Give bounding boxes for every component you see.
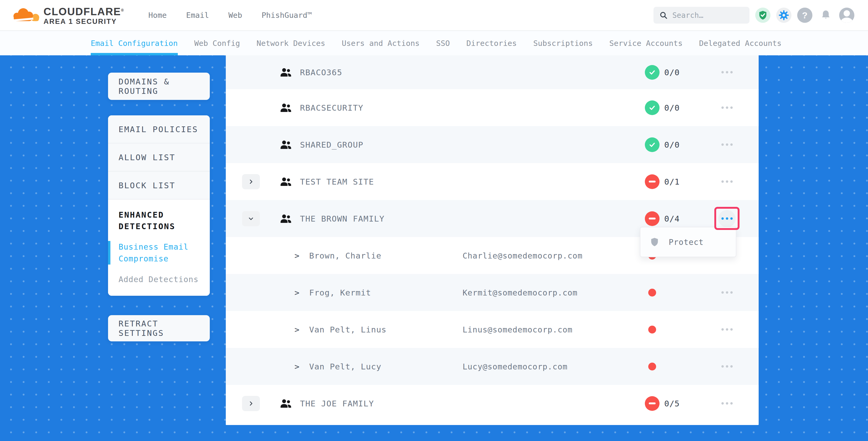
search-box[interactable] [653,7,749,24]
member-caret-icon[interactable]: > [294,251,300,260]
member-name: Van Pelt, Lucy [309,362,381,371]
status-badge-allowed [645,65,659,80]
group-name: TEST TEAM SITE [300,177,374,186]
tab-delegated-accounts[interactable]: Delegated Accounts [699,31,781,55]
member-caret-icon[interactable]: > [294,362,300,371]
ellipsis-menu-button[interactable] [718,99,736,117]
chevron-right-icon [248,400,254,407]
chevron-right-icon [248,178,254,185]
member-email: Charlie@somedemocorp.com [463,251,582,260]
member-email: Linus@somedemocorp.com [463,325,572,334]
sidebar-card-domains: DOMAINS & ROUTING [108,73,210,100]
protected-count: 0/0 [664,103,680,113]
status-badge-allowed [645,100,659,115]
group-row-shared-group: SHARED_GROUP0/0 [226,126,758,163]
protected-count: 0/1 [664,177,680,186]
sidebar-item-allow-list[interactable]: ALLOW LIST [108,144,210,171]
member-name: Brown, Charlie [309,251,381,260]
nav-item-email[interactable]: Email [186,11,209,20]
ellipsis-menu-button[interactable] [718,210,736,227]
nav-item-web[interactable]: Web [228,11,242,20]
group-row-rbacsecurity: RBACSECURITY0/0 [226,89,758,126]
status-dot-blocked [648,363,656,371]
member-row-van-pelt-lucy: >Van Pelt, LucyLucy@somedemocorp.com [226,348,758,385]
member-caret-icon[interactable]: > [294,288,300,297]
expand-group-button[interactable] [242,396,260,411]
shield-icon [650,237,659,247]
member-row-van-pelt-linus: >Van Pelt, LinusLinus@somedemocorp.com [226,311,758,348]
sidebar-item-block-list[interactable]: BLOCK LIST [108,171,210,199]
protection-status-button[interactable] [755,8,770,23]
sidebar-item-retract-settings[interactable]: RETRACT SETTINGS [119,319,199,338]
sidebar-item-business-email-compromise[interactable]: Business Email Compromise [108,241,199,264]
ellipsis-menu-button[interactable] [718,358,736,375]
sidebar-item-domains-routing[interactable]: DOMAINS & ROUTING [119,77,199,96]
sidebar-card-retract: RETRACT SETTINGS [108,315,210,341]
group-name: RBACSECURITY [300,103,364,113]
sidebar: DOMAINS & ROUTING EMAIL POLICIES ALLOW L… [108,73,210,341]
nav-item-phishguard[interactable]: PhishGuard™ [261,11,312,20]
group-icon [280,102,292,113]
context-menu: Protect [640,227,736,257]
ellipsis-menu-button[interactable] [718,64,736,81]
ellipsis-menu-button[interactable] [718,284,736,301]
directory-table: RBACO3650/0RBACSECURITY0/0SHARED_GROUP0/… [226,55,758,425]
ellipsis-menu-button[interactable] [718,321,736,338]
context-menu-item-protect[interactable]: Protect [669,238,704,247]
ellipsis-menu-button[interactable] [718,395,736,412]
group-row-the-joe-family: THE JOE FAMILY0/5 [226,385,758,422]
search-icon [659,11,668,20]
check-icon [648,104,656,112]
notifications-button[interactable] [818,8,833,23]
tab-service-accounts[interactable]: Service Accounts [610,31,683,55]
minus-icon [649,181,656,183]
question-icon: ? [802,10,808,21]
app-header: CLOUDFLARE® AREA 1 SECURITY HomeEmailWeb… [0,0,868,31]
protected-count: 0/4 [664,214,680,223]
sidebar-item-email-policies[interactable]: EMAIL POLICIES [108,115,210,144]
status-badge-blocked [645,211,659,226]
minus-icon [649,218,656,219]
search-input[interactable] [672,11,741,20]
tab-directories[interactable]: Directories [466,31,517,55]
status-badge-blocked [645,396,659,411]
help-button[interactable]: ? [797,8,812,23]
page-background: DOMAINS & ROUTING EMAIL POLICIES ALLOW L… [0,55,868,441]
ellipsis-menu-button[interactable] [718,173,736,190]
member-name: Frog, Kermit [309,288,371,297]
settings-button[interactable] [776,8,792,23]
ellipsis-menu-button[interactable] [718,136,736,153]
tab-users-and-actions[interactable]: Users and Actions [342,31,420,55]
sidebar-section-enhanced-detections: ENHANCED DETECTIONS Business Email Compr… [108,199,210,296]
product-name: AREA 1 SECURITY [43,17,124,26]
nav-item-home[interactable]: Home [148,11,167,20]
sidebar-item-enhanced-detections[interactable]: ENHANCED DETECTIONS [119,209,199,232]
avatar-icon [844,10,850,17]
group-name: THE JOE FAMILY [300,399,374,408]
sidebar-item-added-detections[interactable]: Added Detections [119,274,199,285]
brand-name: CLOUDFLARE® [43,5,124,17]
config-subnav: Email ConfigurationWeb ConfigNetwork Dev… [0,31,868,55]
account-button[interactable] [839,8,855,23]
tab-sso[interactable]: SSO [436,31,450,55]
member-caret-icon[interactable]: > [294,325,300,334]
group-icon [280,177,292,187]
group-name: SHARED_GROUP [300,140,364,150]
bell-icon [820,9,832,22]
tab-web-config[interactable]: Web Config [194,31,240,55]
registered-mark: ® [121,8,124,12]
expand-group-button[interactable] [242,174,260,189]
group-row-test-team-site: TEST TEAM SITE0/1 [226,163,758,200]
collapse-group-button[interactable] [242,211,260,226]
tab-subscriptions[interactable]: Subscriptions [533,31,593,55]
top-nav: HomeEmailWebPhishGuard™ [148,11,312,20]
cloudflare-logo[interactable]: CLOUDFLARE® AREA 1 SECURITY [12,5,124,25]
tab-email-configuration[interactable]: Email Configuration [91,31,178,55]
group-row-the-brown-family: THE BROWN FAMILY0/4Protect [226,200,758,237]
tab-network-devices[interactable]: Network Devices [256,31,325,55]
gear-icon [779,10,789,21]
protected-count: 0/0 [664,140,680,150]
group-row-rbaco365: RBACO3650/0 [226,55,758,89]
protected-count: 0/0 [664,68,680,77]
protected-count: 0/5 [664,399,680,408]
